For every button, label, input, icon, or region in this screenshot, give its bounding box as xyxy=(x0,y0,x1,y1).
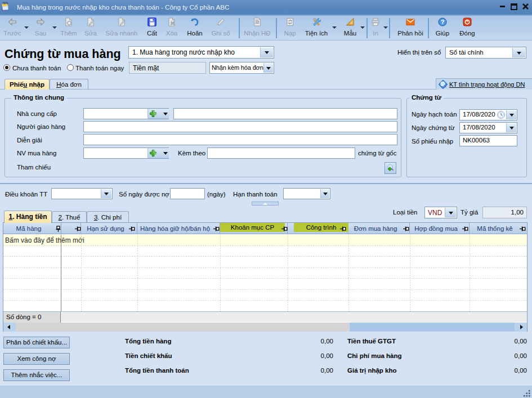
svg-text:?: ? xyxy=(441,19,445,25)
